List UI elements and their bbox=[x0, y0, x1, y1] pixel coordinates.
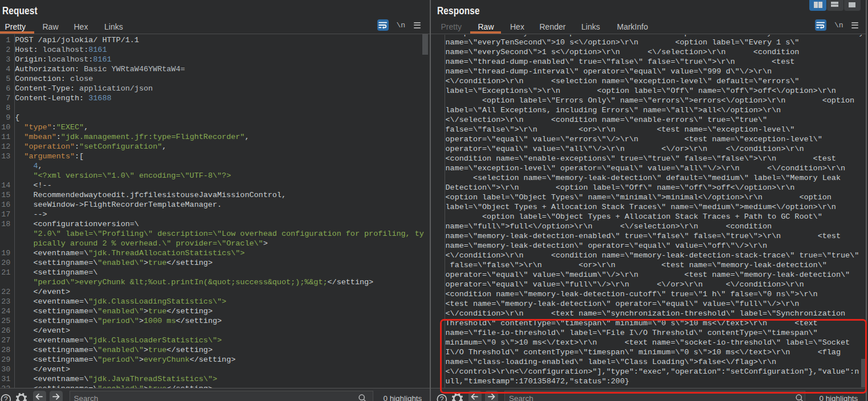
svg-text:?: ? bbox=[4, 395, 8, 401]
svg-text:?: ? bbox=[439, 395, 443, 401]
